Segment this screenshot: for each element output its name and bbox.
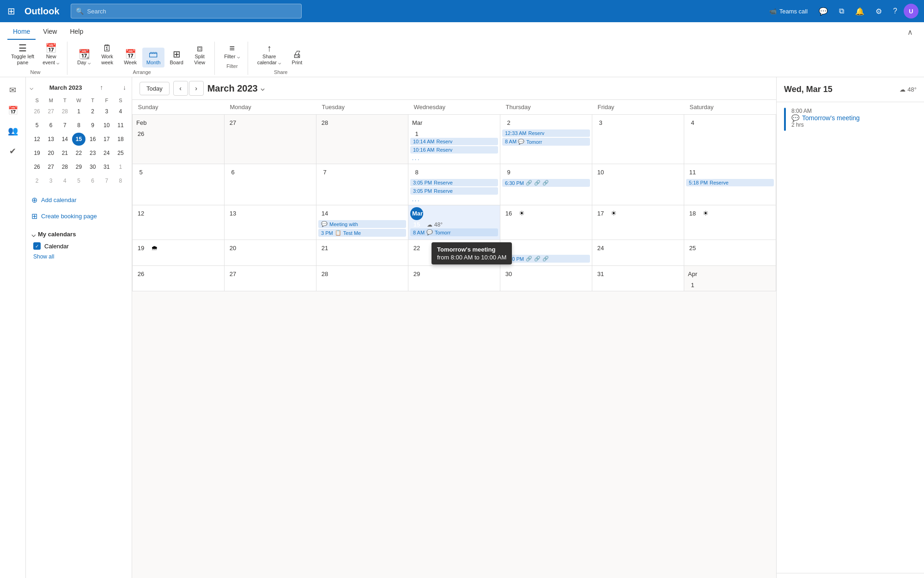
mini-prev-button[interactable]: ↑ [98, 83, 105, 92]
next-month-button[interactable]: › [189, 81, 204, 96]
mini-day[interactable]: 18 [114, 133, 127, 146]
new-window-button[interactable]: ⧉ [834, 4, 849, 18]
cal-day[interactable]: Feb 26 [133, 115, 225, 164]
mini-day[interactable]: 7 [58, 119, 71, 132]
cal-day[interactable]: 18 ☀ [684, 205, 776, 240]
share-calendar-button[interactable]: ↑ Sharecalendar ⌵ [254, 42, 285, 68]
mini-day[interactable]: 3 [100, 105, 113, 118]
event-title-link[interactable]: 💬 Tomorrow's meeting [791, 114, 917, 122]
cal-day[interactable]: 6 [225, 164, 316, 205]
mini-day[interactable]: 27 [44, 105, 57, 118]
event-chip[interactable]: 3:05 PM Reserve [410, 179, 498, 186]
event-chip[interactable]: 3 PM 📋 Test Me [318, 229, 406, 237]
create-booking-button[interactable]: ⊞ Create booking page [30, 208, 128, 224]
calendar-list-item[interactable]: ✓ Calendar [30, 240, 128, 252]
mini-next-button[interactable]: ↓ [121, 83, 128, 92]
cal-day[interactable]: 23 7:30 PM 🔗 🔗 🔗 [500, 240, 592, 266]
mini-day[interactable]: 31 [100, 160, 113, 173]
more-events[interactable]: . . . [410, 154, 498, 162]
mini-collapse-button[interactable]: ⌵ [30, 84, 33, 91]
cal-day[interactable]: 2 12:33 AM Reserv 8 AM 💬 Tomorr [500, 115, 592, 164]
search-bar[interactable]: 🔍 Search [71, 4, 302, 18]
cal-day-today[interactable]: Mar 15 ☁ 48° 8 AM 💬 Tomorr Tomorrow's me… [408, 205, 500, 240]
today-button[interactable]: Today [140, 82, 170, 95]
mini-day[interactable]: 28 [58, 160, 71, 173]
toggle-pane-button[interactable]: ☰ Toggle leftpane [7, 42, 38, 68]
mini-day[interactable]: 10 [100, 119, 113, 132]
split-view-button[interactable]: ⧈ SplitView [188, 42, 211, 68]
mini-day[interactable]: 8 [72, 119, 85, 132]
mini-day[interactable]: 19 [30, 147, 43, 160]
mini-day[interactable]: 1 [72, 105, 85, 118]
event-chip[interactable]: 💬 Meeting with [318, 220, 406, 228]
mini-day[interactable]: 26 [30, 105, 43, 118]
cal-day[interactable]: 5 [133, 164, 225, 205]
cal-day[interactable]: 20 [225, 240, 316, 266]
notification-button[interactable]: 🔔 [851, 4, 869, 18]
teams-call-button[interactable]: 📹 Teams call [765, 5, 812, 18]
my-calendars-header[interactable]: ⌵ My calendars [30, 228, 128, 240]
more-events[interactable]: . . . [410, 196, 498, 203]
calendar-title[interactable]: March 2023 ⌵ [207, 83, 264, 94]
cal-day[interactable]: 12 [133, 205, 225, 240]
week-view-button[interactable]: 📅 Week [119, 48, 141, 68]
cal-day[interactable]: 16 ☀ [500, 205, 592, 240]
tab-view[interactable]: View [37, 24, 62, 40]
avatar[interactable]: U [904, 4, 918, 18]
event-chip[interactable]: 7:30 PM 🔗 🔗 🔗 [502, 255, 590, 263]
mini-day[interactable]: 4 [58, 174, 71, 187]
cal-day[interactable]: 3 [592, 115, 684, 164]
cal-day[interactable]: 21 [316, 240, 408, 266]
mini-day[interactable]: 11 [114, 119, 127, 132]
tab-help[interactable]: Help [64, 24, 89, 40]
mini-day[interactable]: 30 [86, 160, 99, 173]
mini-day[interactable]: 6 [86, 174, 99, 187]
mini-day[interactable]: 12 [30, 133, 43, 146]
mini-day[interactable]: 24 [100, 147, 113, 160]
mini-day[interactable]: 17 [100, 133, 113, 146]
cal-day[interactable]: 24 [592, 240, 684, 266]
cal-day[interactable]: 8 3:05 PM Reserve 3:05 PM Reserve . . . [408, 164, 500, 205]
sidebar-item-mail[interactable]: ✉ [4, 81, 22, 99]
mini-day[interactable]: 2 [86, 105, 99, 118]
apps-icon[interactable]: ⊞ [6, 4, 17, 18]
event-chip[interactable]: 10:14 AM Reserv [410, 138, 498, 145]
cal-day[interactable]: 17 ☀ [592, 205, 684, 240]
mini-day-today[interactable]: 15 [72, 133, 85, 146]
day-view-button[interactable]: 📆 Day ⌵ [73, 48, 95, 68]
mini-day[interactable]: 16 [86, 133, 99, 146]
board-view-button[interactable]: ⊞ Board [165, 48, 188, 68]
cal-day[interactable]: 28 [316, 115, 408, 164]
cal-day[interactable]: Mar 1 10:14 AM Reserv 10:16 AM Reserv . … [408, 115, 500, 164]
mini-day[interactable]: 29 [72, 160, 85, 173]
mini-day[interactable]: 28 [58, 105, 71, 118]
cal-day[interactable]: 7 [316, 164, 408, 205]
mini-day[interactable]: 4 [114, 105, 127, 118]
mini-day[interactable]: 9 [86, 119, 99, 132]
mini-day[interactable]: 26 [30, 160, 43, 173]
cal-day[interactable]: 14 💬 Meeting with 3 PM 📋 Test Me [316, 205, 408, 240]
mini-day[interactable]: 20 [44, 147, 57, 160]
cal-day[interactable]: 9 6:30 PM 🔗 🔗 🔗 [500, 164, 592, 205]
mini-day[interactable]: 27 [44, 160, 57, 173]
cal-day[interactable]: 30 [500, 266, 592, 291]
event-chip[interactable]: 8 AM 💬 Tomorr [502, 138, 590, 146]
mini-calendar-title[interactable]: March 2023 [49, 84, 82, 91]
add-calendar-button[interactable]: ⊕ Add calendar [30, 192, 128, 208]
prev-month-button[interactable]: ‹ [173, 81, 188, 96]
cal-day[interactable]: 29 [408, 266, 500, 291]
mini-day[interactable]: 14 [58, 133, 71, 146]
event-chip[interactable]: 12:33 AM Reserv [502, 129, 590, 137]
tab-home[interactable]: Home [7, 24, 36, 40]
print-button[interactable]: 🖨 Print [286, 48, 308, 68]
mini-day[interactable]: 2 [30, 174, 43, 187]
event-chip[interactable]: 10:16 AM Reserv [410, 146, 498, 154]
help-button[interactable]: ? [888, 4, 902, 18]
cal-day[interactable]: 4 [684, 115, 776, 164]
cal-day[interactable]: 27 [225, 266, 316, 291]
mini-day[interactable]: 23 [86, 147, 99, 160]
new-event-button[interactable]: 📅 Newevent ⌵ [39, 42, 63, 68]
sidebar-item-people[interactable]: 👥 [4, 122, 22, 140]
cal-day[interactable]: 13 [225, 205, 316, 240]
event-chip[interactable]: 5:18 PM Reserve [686, 179, 774, 186]
